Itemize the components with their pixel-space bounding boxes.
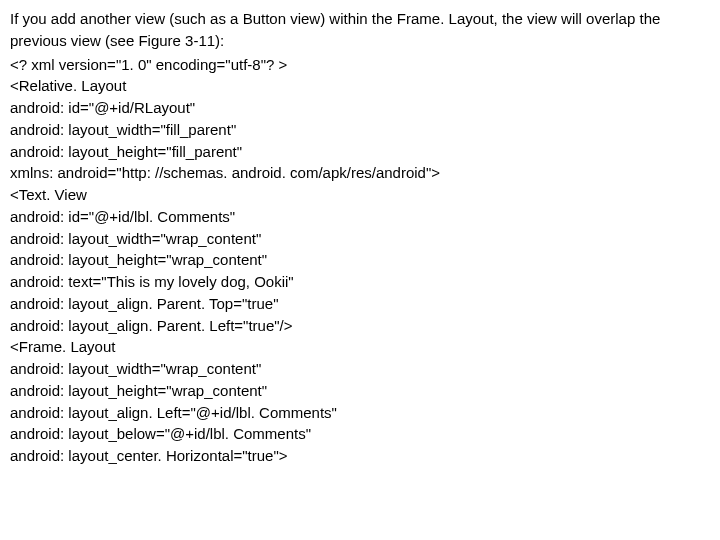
code-block: <? xml version="1. 0" encoding="utf-8"? … — [10, 54, 710, 467]
code-line: android: id="@+id/RLayout" — [10, 97, 710, 119]
code-line: android: layout_align. Left="@+id/lbl. C… — [10, 402, 710, 424]
code-line: android: layout_align. Parent. Top="true… — [10, 293, 710, 315]
code-line: android: layout_width="wrap_content" — [10, 358, 710, 380]
code-line: android: layout_width="fill_parent" — [10, 119, 710, 141]
intro-text: If you add another view (such as a Butto… — [10, 8, 710, 52]
code-line: <? xml version="1. 0" encoding="utf-8"? … — [10, 54, 710, 76]
code-line: android: layout_width="wrap_content" — [10, 228, 710, 250]
code-line: android: layout_height="wrap_content" — [10, 249, 710, 271]
code-line: android: id="@+id/lbl. Comments" — [10, 206, 710, 228]
code-line: xmlns: android="http: //schemas. android… — [10, 162, 710, 184]
code-line: <Relative. Layout — [10, 75, 710, 97]
code-line: android: layout_below="@+id/lbl. Comment… — [10, 423, 710, 445]
code-line: android: layout_height="fill_parent" — [10, 141, 710, 163]
code-line: android: text="This is my lovely dog, Oo… — [10, 271, 710, 293]
code-line: android: layout_center. Horizontal="true… — [10, 445, 710, 467]
code-line: android: layout_align. Parent. Left="tru… — [10, 315, 710, 337]
code-line: <Text. View — [10, 184, 710, 206]
code-line: <Frame. Layout — [10, 336, 710, 358]
code-line: android: layout_height="wrap_content" — [10, 380, 710, 402]
